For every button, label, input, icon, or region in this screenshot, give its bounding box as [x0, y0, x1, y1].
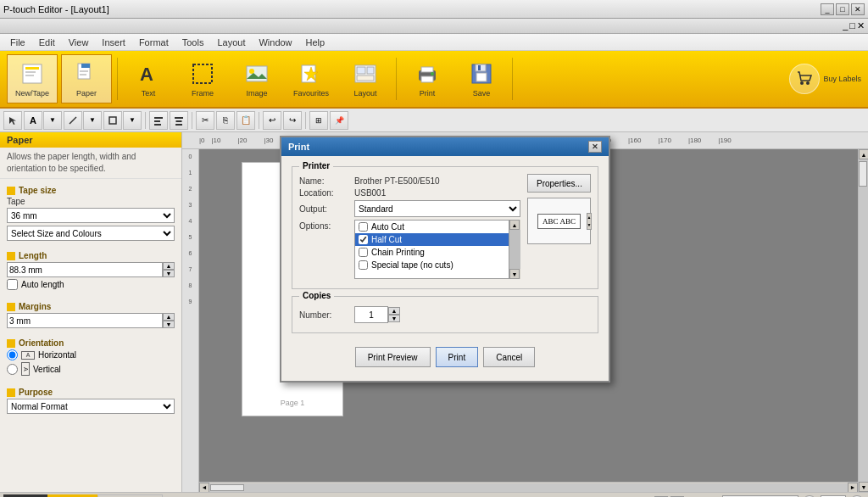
- preview-text: ABC: [542, 217, 559, 226]
- options-list[interactable]: Auto Cut Half Cut Chain Printing: [354, 220, 520, 279]
- chain-printing-checkbox[interactable]: [359, 248, 368, 257]
- printer-options-field: Options: Auto Cut Half Cut: [299, 220, 520, 279]
- option-special-tape[interactable]: Special tape (no cuts): [355, 259, 520, 271]
- printer-name-label: Name:: [299, 176, 354, 186]
- printer-section: Printer Name: Brother PT-E500/E510 Locat…: [292, 166, 598, 289]
- copies-number-field: Number: ▲ ▼: [299, 306, 591, 323]
- option-chain-printing[interactable]: Chain Printing: [355, 246, 520, 259]
- printer-location-field: Location: USB001: [299, 188, 520, 198]
- dialog-title-bar: Print ✕: [281, 137, 609, 156]
- preview-down: ▼: [587, 222, 592, 227]
- copies-section: Copies Number: ▲ ▼: [292, 296, 598, 333]
- auto-cut-label: Auto Cut: [371, 222, 404, 232]
- printer-location-value: USB001: [354, 188, 520, 198]
- preview-text2: ABC: [560, 217, 576, 226]
- printer-fields: Name: Brother PT-E500/E510 Location: USB…: [299, 174, 520, 282]
- special-tape-checkbox[interactable]: [359, 260, 368, 270]
- options-container: Auto Cut Half Cut Chain Printing: [354, 220, 520, 279]
- cancel-btn[interactable]: Cancel: [483, 347, 535, 367]
- printer-output-select[interactable]: Standard: [354, 200, 520, 217]
- copies-input[interactable]: [354, 306, 388, 323]
- half-cut-checkbox[interactable]: [359, 235, 368, 244]
- option-half-cut[interactable]: Half Cut: [355, 233, 520, 246]
- printer-main: Name: Brother PT-E500/E510 Location: USB…: [299, 174, 591, 282]
- preview-box: ABC ABC ▲ ▼: [527, 198, 591, 244]
- dialog-overlay: Print ✕ Printer Name: Brother PT-E500/E5…: [0, 0, 868, 497]
- print-preview-btn[interactable]: Print Preview: [355, 347, 431, 367]
- printer-location-label: Location:: [299, 188, 354, 198]
- printer-right: Properties... ABC ABC ▲ ▼: [527, 174, 591, 244]
- list-scrollbar[interactable]: ▲ ▼: [509, 220, 520, 279]
- copies-up[interactable]: ▲: [388, 307, 400, 315]
- print-btn[interactable]: Print: [436, 347, 479, 367]
- printer-options-label: Options:: [299, 220, 354, 231]
- print-dialog: Print ✕ Printer Name: Brother PT-E500/E5…: [280, 136, 610, 383]
- option-auto-cut[interactable]: Auto Cut: [355, 221, 520, 233]
- dialog-body: Printer Name: Brother PT-E500/E510 Locat…: [281, 156, 609, 381]
- printer-name-field: Name: Brother PT-E500/E510: [299, 176, 520, 186]
- preview-controls: ▲ ▼: [587, 213, 592, 230]
- half-cut-label: Half Cut: [371, 235, 402, 244]
- dialog-buttons: Print Preview Print Cancel: [292, 340, 598, 371]
- printer-name-value: Brother PT-E500/E510: [354, 176, 520, 186]
- copies-number-label: Number:: [299, 310, 354, 320]
- printer-output-field: Output: Standard: [299, 200, 520, 217]
- preview-up: ▲: [587, 215, 592, 220]
- auto-cut-checkbox[interactable]: [359, 222, 368, 232]
- dialog-close-btn[interactable]: ✕: [588, 141, 602, 153]
- properties-btn[interactable]: Properties...: [527, 174, 591, 193]
- special-tape-label: Special tape (no cuts): [371, 260, 453, 270]
- list-scroll-track[interactable]: [509, 230, 520, 269]
- copies-down[interactable]: ▼: [388, 315, 400, 322]
- preview-label: ABC ABC: [537, 214, 581, 229]
- copies-spinners: ▲ ▼: [388, 307, 400, 322]
- dialog-title: Print: [288, 142, 309, 152]
- chain-printing-label: Chain Printing: [371, 248, 425, 257]
- printer-output-label: Output:: [299, 204, 354, 214]
- list-scroll-down[interactable]: ▼: [509, 269, 520, 279]
- printer-section-label: Printer: [299, 161, 333, 170]
- copies-section-label: Copies: [299, 291, 334, 300]
- list-scroll-up[interactable]: ▲: [509, 220, 520, 230]
- copies-input-wrap: ▲ ▼: [354, 306, 400, 323]
